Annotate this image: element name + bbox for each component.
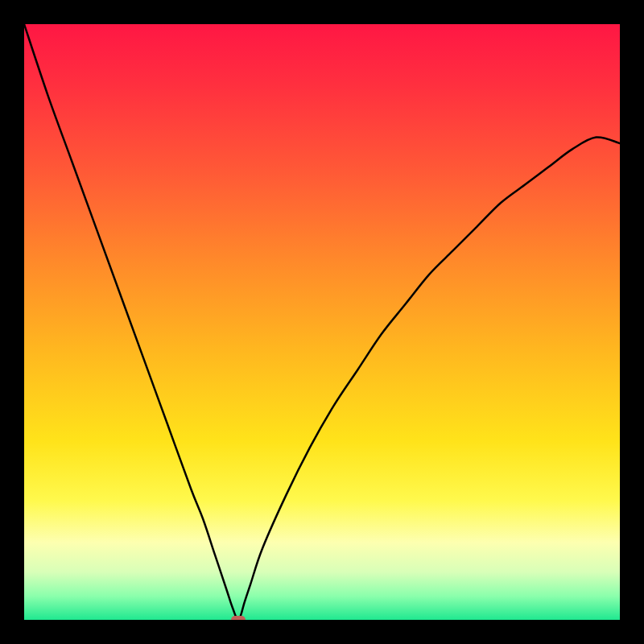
frame-right (620, 0, 644, 644)
plot-area (24, 24, 620, 620)
bottleneck-curve (24, 24, 620, 620)
frame-bottom (0, 620, 644, 644)
frame-left (0, 0, 24, 644)
frame-top (0, 0, 644, 24)
